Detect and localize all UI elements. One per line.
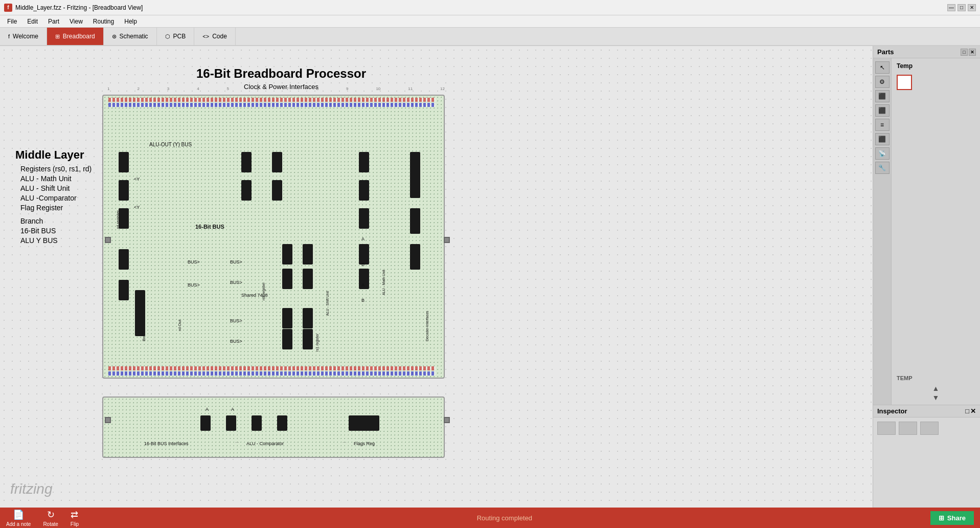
inspector-close-button[interactable]: ✕ — [970, 407, 976, 415]
comp-r2 — [303, 244, 313, 265]
app-icon: f — [4, 4, 12, 12]
main-layout: Middle Layer Registers (rs0, rs1, rd) AL… — [0, 46, 980, 508]
comp-mid-4 — [272, 180, 282, 201]
middle-layer-heading: Middle Layer — [15, 148, 92, 162]
menu-help[interactable]: Help — [119, 17, 142, 26]
bus-label-c4: BUS> — [230, 339, 242, 344]
lower-comp-5 — [349, 415, 379, 431]
share-label: Share — [947, 514, 966, 522]
inspector-title: Inspector — [877, 407, 907, 415]
comp-branch — [135, 290, 145, 336]
bottom-action-bar: 📄 Add a note ↻ Rotate ⇄ Flip Routing com… — [0, 508, 980, 528]
add-note-icon: 📄 — [13, 509, 24, 520]
sep-1: ··· — [235, 439, 239, 445]
comp-r6 — [303, 308, 313, 328]
fritzing-logo: fritzing — [10, 481, 52, 497]
tab-breadboard[interactable]: ⊞ Breadboard — [47, 28, 104, 45]
ml-item-4: Flag Register — [20, 204, 92, 212]
lower-board-dots — [103, 398, 444, 457]
tool-icon[interactable]: 🔧 — [875, 162, 890, 174]
main-board: rd register <Y <Y ALU-OUT (Y) BUS 16-Bit… — [102, 95, 445, 379]
component-icon-1[interactable]: ⬛ — [875, 90, 890, 102]
parts-detach-button[interactable]: □ — [961, 49, 968, 56]
connector-left — [105, 237, 111, 243]
ml-item-2: ALU - Shift Unit — [20, 184, 92, 192]
comp-fr1 — [359, 152, 369, 172]
window-controls[interactable]: — □ ✕ — [947, 4, 976, 11]
add-note-button[interactable]: 📄 Add a note — [6, 509, 31, 527]
comp-r3 — [282, 269, 292, 289]
window-title: Middle_Layer.fzz - Fritzing - [Breadboar… — [15, 4, 947, 11]
rotate-button[interactable]: ↻ Rotate — [43, 509, 58, 527]
comp-tall-1 — [410, 152, 420, 198]
comp-mid-1 — [241, 152, 252, 172]
lower-board: A A 16-Bit BUS Interfaces ALU - Comparat… — [102, 397, 445, 458]
title-bar: f Middle_Layer.fzz - Fritzing - [Breadbo… — [0, 0, 980, 15]
scroll-up-icon[interactable]: ▲ — [932, 384, 940, 392]
tab-welcome-label: Welcome — [13, 33, 38, 40]
shared-7408-label: Shared 7408 — [241, 293, 268, 298]
rs1-register-label: rs1 register — [315, 334, 319, 351]
menu-routing[interactable]: Routing — [88, 17, 119, 26]
comp-left-4 — [119, 249, 129, 270]
inspector-detach-button[interactable]: □ — [965, 407, 969, 415]
flip-button[interactable]: ⇄ Flip — [71, 509, 79, 527]
parts-close-buttons[interactable]: □ ✕ — [961, 49, 976, 56]
connector-right — [444, 237, 450, 243]
component-icon-2[interactable]: ⬛ — [875, 104, 890, 117]
comp-left-3 — [119, 208, 129, 229]
menu-file[interactable]: File — [2, 17, 22, 26]
flip-label: Flip — [71, 521, 79, 527]
tab-pcb-label: PCB — [173, 33, 186, 40]
tab-code[interactable]: <> Code — [194, 28, 236, 45]
routing-status: Routing completed — [91, 514, 918, 522]
parts-content: Temp TEMP ▲ ▼ — [892, 58, 980, 405]
menu-view[interactable]: View — [64, 17, 88, 26]
menu-edit[interactable]: Edit — [22, 17, 43, 26]
scroll-down-icon[interactable]: ▼ — [932, 393, 940, 402]
lower-comp-2 — [226, 415, 236, 431]
tab-schematic[interactable]: ⊛ Schematic — [104, 28, 157, 45]
comp-r8 — [303, 329, 313, 349]
comp-mid-3 — [241, 180, 252, 201]
right-panel: Parts □ ✕ ↖ ⚙ ⬛ ⬛ ≡ ⬛ 📡 — [873, 46, 980, 508]
comp-fr4 — [359, 244, 369, 265]
inspector-close-buttons[interactable]: □ ✕ — [965, 407, 976, 415]
breadboard-visualization: 16-Bit Breadboard Processor Clock & Powe… — [102, 67, 460, 391]
minimize-button[interactable]: — — [947, 4, 955, 11]
breadboard-icon: ⊞ — [55, 33, 60, 40]
comp-fr3 — [359, 208, 369, 229]
close-button[interactable]: ✕ — [968, 4, 976, 11]
temp-label: Temp — [895, 61, 977, 71]
gear-icon[interactable]: ⚙ — [875, 76, 890, 88]
flags-reg-label: Flags Reg — [354, 441, 375, 446]
comp-fr2 — [359, 180, 369, 201]
share-button[interactable]: ⊞ Share — [930, 511, 974, 525]
comp-mid-2 — [272, 152, 282, 172]
schematic-icon: ⊛ — [112, 33, 117, 40]
component-icon-3[interactable]: ⬛ — [875, 133, 890, 145]
b-fr-1: B — [361, 262, 364, 267]
arrow-icon[interactable]: ↖ — [875, 61, 890, 74]
canvas-area[interactable]: Middle Layer Registers (rs0, rs1, rd) AL… — [0, 46, 873, 508]
maximize-button[interactable]: □ — [958, 4, 966, 11]
flip-icon: ⇄ — [71, 509, 78, 520]
bus-label-c2: BUS> — [230, 280, 242, 285]
tab-welcome[interactable]: f Welcome — [0, 28, 47, 45]
menu-part[interactable]: Part — [43, 17, 64, 26]
tab-pcb[interactable]: ⬡ PCB — [157, 28, 195, 45]
inspector-header: Inspector □ ✕ — [873, 405, 980, 417]
board-dots — [103, 96, 444, 378]
parts-close-button[interactable]: ✕ — [969, 49, 976, 56]
inspector-color-1 — [877, 422, 896, 435]
menu-lines-icon[interactable]: ≡ — [875, 119, 890, 131]
alu-shift-unit-label: ALU - Shift Unit — [326, 291, 329, 316]
tab-bar: f Welcome ⊞ Breadboard ⊛ Schematic ⬡ PCB… — [0, 28, 980, 46]
code-icon: <> — [202, 33, 209, 39]
inspector-color-3 — [920, 422, 939, 435]
decoder-interfaces-label: Decoder-Interfaces — [425, 311, 429, 341]
antenna-icon[interactable]: 📡 — [875, 147, 890, 160]
comp-r7 — [282, 329, 292, 349]
tab-code-label: Code — [212, 33, 227, 40]
menu-bar: File Edit Part View Routing Help — [0, 15, 980, 28]
